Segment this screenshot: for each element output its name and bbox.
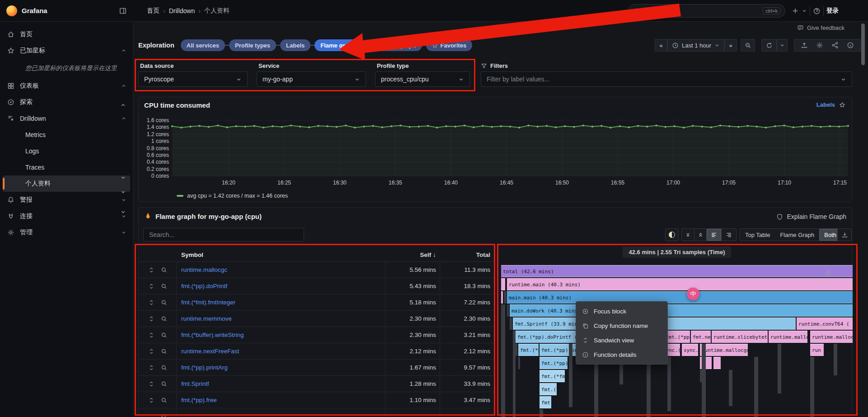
flame-search-input[interactable]: Search... xyxy=(143,228,304,242)
search-symbol-icon[interactable] xyxy=(161,316,167,322)
flame-graph[interactable]: total (42.6 mins)runtime.main (40.3 mins… xyxy=(501,265,853,417)
flame-deep-stack[interactable] xyxy=(594,357,598,417)
symbol-link[interactable]: fmt.(*pp).doPrintf xyxy=(177,283,385,289)
sidebar-item-首页[interactable]: 首页 xyxy=(0,26,133,43)
menu-item-sandwich-view[interactable]: Sandwich view xyxy=(576,333,667,347)
col-total[interactable]: Total xyxy=(440,248,494,261)
dock-sidebar-icon[interactable] xyxy=(119,7,127,15)
cpu-legend[interactable]: avg cpu = 1.42 cores / max = 1.46 cores xyxy=(177,193,288,199)
flame-fragment[interactable] xyxy=(501,278,505,290)
symbol-link[interactable]: runtime.memmove xyxy=(177,315,385,322)
sidebar-item-Metrics[interactable]: Metrics xyxy=(0,127,133,143)
flame-block[interactable]: fmt.( xyxy=(540,383,557,395)
search-symbol-icon[interactable] xyxy=(161,267,167,273)
expand-all-icon[interactable] xyxy=(694,229,707,241)
view-flame-graph[interactable]: Flame Graph xyxy=(775,229,819,241)
col-self[interactable]: Self ↓ xyxy=(385,248,440,261)
flame-deep-stack[interactable] xyxy=(667,357,671,411)
sandwich-icon[interactable] xyxy=(148,413,155,417)
flame-block[interactable]: main.main (40.3 mins) xyxy=(507,291,853,303)
search-symbol-icon[interactable] xyxy=(161,397,167,403)
sidebar-item-Traces[interactable]: Traces xyxy=(0,159,133,175)
cpu-line-chart[interactable]: 1.6 cores1.4 cores1.2 cores1 cores0.8 co… xyxy=(139,97,853,190)
info-icon[interactable] xyxy=(847,42,854,49)
give-feedback-link[interactable]: Give feedback xyxy=(797,24,845,31)
flame-deep-stack[interactable] xyxy=(702,344,706,417)
sandwich-icon[interactable] xyxy=(148,316,155,322)
refresh-interval-caret[interactable] xyxy=(777,39,788,52)
search-symbol-icon[interactable] xyxy=(161,299,167,306)
flame-expand-icon[interactable] xyxy=(825,270,831,277)
search-symbol-icon[interactable] xyxy=(161,283,167,289)
flame-block[interactable]: main.doWork (40.3 mins) xyxy=(510,304,853,317)
symbol-link[interactable]: fmt.(*buffer).writeString xyxy=(177,332,385,338)
color-scheme-button[interactable] xyxy=(665,228,679,241)
symbol-link[interactable]: fmt.(*pp).free xyxy=(177,397,385,403)
flame-fragment[interactable] xyxy=(507,304,509,317)
download-button[interactable] xyxy=(837,228,852,241)
flame-deep-stack[interactable] xyxy=(834,344,837,375)
global-search-input[interactable]: 搜索... ctrl+k xyxy=(628,4,785,18)
vertical-scrollbar[interactable] xyxy=(861,24,865,65)
sidebar-item-仪表板[interactable]: 仪表板 xyxy=(0,78,133,94)
flame-block[interactable]: fmt.(*pp).f xyxy=(540,357,568,369)
search-symbol-icon[interactable] xyxy=(161,365,167,371)
sandwich-icon[interactable] xyxy=(148,397,155,403)
sandwich-icon[interactable] xyxy=(148,283,155,289)
flame-fragment[interactable] xyxy=(501,291,503,303)
zoom-out-time-button[interactable] xyxy=(741,39,755,52)
sandwich-icon[interactable] xyxy=(148,381,155,387)
data-source-select[interactable]: Pyroscope xyxy=(138,71,248,87)
view-top-table[interactable]: Top Table xyxy=(740,229,775,241)
search-symbol-icon[interactable] xyxy=(161,413,167,417)
help-icon[interactable] xyxy=(813,7,821,15)
tab-labels[interactable]: Labels xyxy=(280,39,310,51)
flame-block[interactable]: runtime.malloc xyxy=(810,331,853,343)
symbol-link[interactable]: fmt.(*pp).printArg xyxy=(177,364,385,371)
flame-deep-stack[interactable] xyxy=(501,304,505,417)
flame-block[interactable]: runtime.slicebytetostri xyxy=(712,331,768,343)
row-collapse-down-icon[interactable] xyxy=(120,209,126,215)
flame-block[interactable]: runtime.mallocgc xyxy=(700,344,748,356)
sidebar-item-探索[interactable]: 探索 xyxy=(0,94,133,110)
align-left-icon[interactable] xyxy=(707,229,721,241)
time-shift-back-button[interactable]: « xyxy=(655,39,667,52)
sandwich-icon[interactable] xyxy=(148,267,155,273)
search-symbol-icon[interactable] xyxy=(161,332,167,338)
symbol-link[interactable]: runtime.nextFreeFast xyxy=(177,348,385,355)
time-range-picker[interactable]: Last 1 hour xyxy=(667,39,724,52)
menu-item-copy-function-name[interactable]: Copy function name xyxy=(576,318,667,333)
export-icon[interactable] xyxy=(801,42,808,49)
search-symbol-icon[interactable] xyxy=(161,348,167,355)
symbol-link[interactable]: fmt.(*fmt).fmtInteger xyxy=(177,299,385,306)
flame-block[interactable]: fmt. xyxy=(540,396,551,408)
sandwich-icon[interactable] xyxy=(148,365,155,371)
menu-item-focus-block[interactable]: Focus block xyxy=(576,304,667,318)
flame-block[interactable]: sync. xyxy=(682,344,698,356)
col-symbol[interactable]: Symbol xyxy=(177,251,385,258)
time-shift-forward-button[interactable]: » xyxy=(724,39,737,52)
translate-fab[interactable]: 中 xyxy=(687,288,699,300)
tab-all-services[interactable]: All services xyxy=(181,39,225,51)
sidebar-item-连接[interactable]: 连接 xyxy=(0,208,133,224)
tab-flame-graph[interactable]: Flame graph xyxy=(314,39,361,51)
collapse-all-icon[interactable] xyxy=(682,229,694,241)
share-icon[interactable] xyxy=(831,42,839,49)
row-collapse-up-icon[interactable] xyxy=(120,102,126,108)
flame-fragment[interactable] xyxy=(516,344,517,356)
settings-gear-icon[interactable] xyxy=(816,42,823,49)
tab-profile-types[interactable]: Profile types xyxy=(229,39,276,51)
flame-deep-stack[interactable] xyxy=(513,331,516,417)
flame-fragment[interactable] xyxy=(504,291,507,303)
flame-block[interactable]: fmt.(*pp).pr xyxy=(540,344,580,356)
refresh-button[interactable] xyxy=(761,39,777,52)
sidebar-item-Drilldown[interactable]: Drilldown xyxy=(0,110,133,127)
flame-block[interactable]: fmt.newP xyxy=(691,331,711,343)
sidebar-item-已加星标[interactable]: 已加星标 xyxy=(0,43,133,59)
flame-deep-stack[interactable] xyxy=(540,409,543,417)
label-filter-input[interactable]: Filter by label values... xyxy=(481,71,852,87)
row-collapse-down-icon[interactable] xyxy=(120,175,126,180)
sandwich-icon[interactable] xyxy=(148,299,155,306)
sign-in-button[interactable]: 登录 xyxy=(826,7,839,15)
sidebar-item-Logs[interactable]: Logs xyxy=(0,143,133,159)
